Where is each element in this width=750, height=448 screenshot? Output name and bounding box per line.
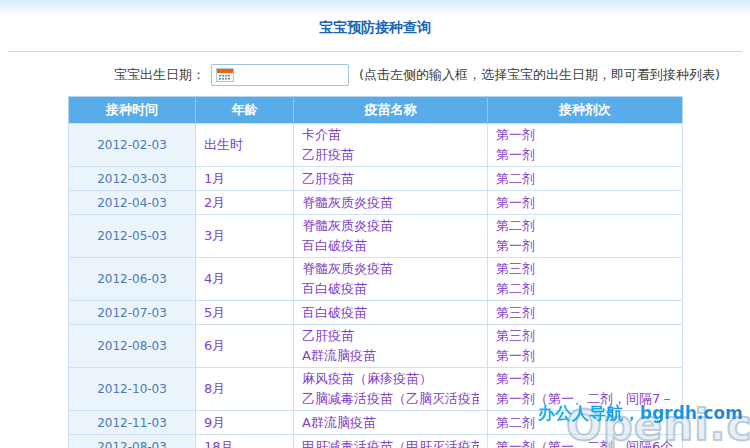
vaccine-name: 百白破疫苗	[302, 303, 479, 323]
vaccine-name: 脊髓灰质炎疫苗	[302, 193, 479, 213]
table-row: 2012-05-033月脊髓灰质炎疫苗百白破疫苗第二剂第一剂	[69, 215, 683, 258]
page-title: 宝宝预防接种查询	[0, 18, 750, 36]
birth-date-form: 宝宝出生日期： (点击左侧的输入框，选择宝宝的出生日期，即可看到接种列表)	[0, 63, 750, 87]
cell-age: 3月	[196, 215, 294, 258]
vaccine-name: 百白破疫苗	[302, 236, 479, 256]
table-row: 2012-10-038月麻风疫苗（麻疹疫苗）乙脑减毒活疫苗（乙脑灭活疫苗）第一剂…	[69, 368, 683, 411]
table-header-row: 接种时间 年龄 疫苗名称 接种剂次	[69, 97, 683, 124]
cell-vaccine-names: 麻风疫苗（麻疹疫苗）乙脑减毒活疫苗（乙脑灭活疫苗）	[294, 368, 488, 411]
cell-doses: 第三剂第一剂	[488, 325, 683, 368]
cell-age: 2月	[196, 191, 294, 215]
cell-doses: 第三剂第二剂	[488, 258, 683, 301]
dose-label: 第二剂	[496, 216, 674, 236]
birth-date-hint: (点击左侧的输入框，选择宝宝的出生日期，即可看到接种列表)	[359, 66, 720, 84]
header-dose: 接种剂次	[488, 97, 683, 124]
cell-vaccine-names: 卡介苗乙肝疫苗	[294, 124, 488, 167]
header-divider	[8, 51, 742, 52]
cell-vaccination-date: 2012-03-03	[69, 167, 196, 191]
header-vaccination-time: 接种时间	[69, 97, 196, 124]
cell-age: 8月	[196, 368, 294, 411]
cell-age: 6月	[196, 325, 294, 368]
dose-label: 第三剂	[496, 303, 674, 323]
cell-doses: 第二剂	[488, 167, 683, 191]
birth-date-input[interactable]	[211, 64, 349, 86]
cell-doses: 第一剂	[488, 191, 683, 215]
table-row: 2012-07-035月百白破疫苗第三剂	[69, 301, 683, 325]
vaccine-name: 麻风疫苗（麻疹疫苗）	[302, 369, 479, 389]
dose-label: 第一剂	[496, 193, 674, 213]
top-gradient-bar	[0, 0, 750, 16]
cell-age: 出生时	[196, 124, 294, 167]
table-row: 2012-06-034月脊髓灰质炎疫苗百白破疫苗第三剂第二剂	[69, 258, 683, 301]
vaccine-name: 乙肝疫苗	[302, 326, 479, 346]
cell-vaccine-names: 百白破疫苗	[294, 301, 488, 325]
dose-label: 第二剂	[496, 169, 674, 189]
cell-vaccination-date: 2012-04-03	[69, 191, 196, 215]
header-vaccine-name: 疫苗名称	[294, 97, 488, 124]
cell-vaccine-names: 甲肝减毒活疫苗（甲肝灭活疫苗）	[294, 435, 488, 448]
dose-label: 第二剂	[496, 279, 674, 299]
dose-label: 第一剂	[496, 145, 674, 165]
cell-doses: 第一剂第一剂（第一、二剂，间隔7－10天）	[488, 368, 683, 411]
cell-vaccination-date: 2012-07-03	[69, 301, 196, 325]
calendar-icon[interactable]	[216, 68, 234, 82]
dose-label: 第一剂（第一、二剂，间隔7－10天）	[496, 389, 674, 409]
cell-vaccine-names: 脊髓灰质炎疫苗百白破疫苗	[294, 215, 488, 258]
cell-vaccination-date: 2012-05-03	[69, 215, 196, 258]
vaccine-name: A群流脑疫苗	[302, 413, 479, 433]
cell-vaccination-date: 2012-10-03	[69, 368, 196, 411]
cell-doses: 第一剂（第一、二剂，间隔6个月）	[488, 435, 683, 448]
cell-age: 4月	[196, 258, 294, 301]
header-age: 年龄	[196, 97, 294, 124]
cell-age: 9月	[196, 411, 294, 435]
vaccine-name: 脊髓灰质炎疫苗	[302, 259, 479, 279]
cell-age: 5月	[196, 301, 294, 325]
vaccine-name: 乙肝疫苗	[302, 169, 479, 189]
cell-vaccine-names: 脊髓灰质炎疫苗	[294, 191, 488, 215]
cell-vaccine-names: 脊髓灰质炎疫苗百白破疫苗	[294, 258, 488, 301]
cell-vaccine-names: 乙肝疫苗	[294, 167, 488, 191]
cell-vaccine-names: A群流脑疫苗	[294, 411, 488, 435]
cell-age: 1月	[196, 167, 294, 191]
table-row: 2012-11-039月A群流脑疫苗第二剂	[69, 411, 683, 435]
cell-vaccination-date: 2012-11-03	[69, 411, 196, 435]
table-row: 2012-04-032月脊髓灰质炎疫苗第一剂	[69, 191, 683, 215]
cell-vaccination-date: 2012-06-03	[69, 258, 196, 301]
vaccine-name: 卡介苗	[302, 125, 479, 145]
cell-doses: 第三剂	[488, 301, 683, 325]
vaccine-name: 乙肝疫苗	[302, 145, 479, 165]
cell-age: 18月	[196, 435, 294, 448]
vaccine-name: 甲肝减毒活疫苗（甲肝灭活疫苗）	[302, 437, 479, 448]
vaccine-name: 脊髓灰质炎疫苗	[302, 216, 479, 236]
cell-vaccination-date: 2012-08-03	[69, 325, 196, 368]
cell-vaccination-date: 2012-08-03	[69, 435, 196, 448]
table-row: 2012-03-031月乙肝疫苗第二剂	[69, 167, 683, 191]
dose-label: 第一剂	[496, 369, 674, 389]
birth-date-label: 宝宝出生日期：	[114, 66, 205, 84]
vaccine-name: 乙脑减毒活疫苗（乙脑灭活疫苗）	[302, 389, 479, 409]
table-row: 2012-08-0318月甲肝减毒活疫苗（甲肝灭活疫苗）第一剂（第一、二剂，间隔…	[69, 435, 683, 448]
vaccine-table-body: 2012-02-03出生时卡介苗乙肝疫苗第一剂第一剂2012-03-031月乙肝…	[69, 124, 683, 448]
cell-vaccine-names: 乙肝疫苗A群流脑疫苗	[294, 325, 488, 368]
vaccine-name: A群流脑疫苗	[302, 346, 479, 366]
dose-label: 第三剂	[496, 259, 674, 279]
dose-label: 第一剂（第一、二剂，间隔6个月）	[496, 437, 674, 448]
table-row: 2012-08-036月乙肝疫苗A群流脑疫苗第三剂第一剂	[69, 325, 683, 368]
cell-vaccination-date: 2012-02-03	[69, 124, 196, 167]
cell-doses: 第一剂第一剂	[488, 124, 683, 167]
dose-label: 第一剂	[496, 236, 674, 256]
vaccine-name: 百白破疫苗	[302, 279, 479, 299]
vaccine-schedule-table: 接种时间 年龄 疫苗名称 接种剂次 2012-02-03出生时卡介苗乙肝疫苗第一…	[68, 96, 683, 448]
table-row: 2012-02-03出生时卡介苗乙肝疫苗第一剂第一剂	[69, 124, 683, 167]
dose-label: 第一剂	[496, 346, 674, 366]
cell-doses: 第二剂第一剂	[488, 215, 683, 258]
cell-doses: 第二剂	[488, 411, 683, 435]
dose-label: 第一剂	[496, 125, 674, 145]
dose-label: 第三剂	[496, 326, 674, 346]
dose-label: 第二剂	[496, 413, 674, 433]
